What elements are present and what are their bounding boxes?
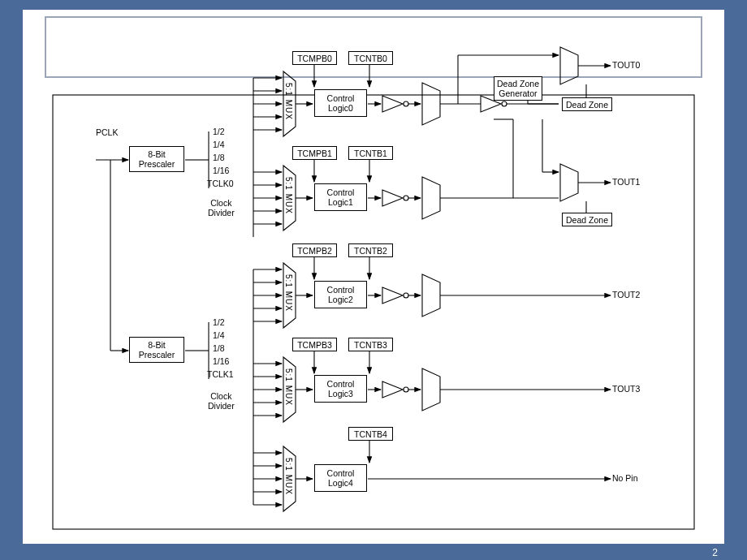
svg-marker-14 <box>382 96 403 112</box>
dead-zone-generator: Dead Zone Generator <box>494 76 542 101</box>
svg-point-15 <box>404 101 408 106</box>
tcntb-1: TCNTB1 <box>348 146 393 160</box>
tcmpb-0: TCMPB0 <box>292 51 337 65</box>
ratio-a-2: 1/8 <box>213 153 225 162</box>
decorative-left-band <box>0 0 23 560</box>
ratio-a-0: 1/2 <box>213 127 225 136</box>
svg-marker-43 <box>422 177 440 219</box>
tcntb-2: TCNTB2 <box>348 243 393 257</box>
svg-marker-68 <box>422 274 440 317</box>
mux-0-label: 5:1 MUX <box>284 83 293 120</box>
ratio-b-2: 1/8 <box>213 343 225 353</box>
svg-marker-80 <box>382 381 403 398</box>
tcntb-4: TCNTB4 <box>348 427 393 441</box>
svg-marker-17 <box>422 83 440 125</box>
diagram-svg <box>42 42 705 533</box>
svg-marker-24 <box>560 47 578 84</box>
ratio-b-1: 1/4 <box>213 330 225 340</box>
dead-zone-0: Dead Zone <box>562 97 612 111</box>
ratio-a-3: 1/16 <box>213 166 229 175</box>
slide: 2 <box>0 0 747 560</box>
mux-1-label: 5:1 MUX <box>284 177 293 214</box>
svg-point-81 <box>404 387 408 392</box>
tcntb-0: TCNTB0 <box>348 51 393 65</box>
ratio-a-4: TCLK0 <box>207 179 234 188</box>
page-number: 2 <box>712 547 718 558</box>
svg-marker-40 <box>382 190 403 206</box>
ratio-b-0: 1/2 <box>213 317 225 327</box>
ratio-a-1: 1/4 <box>213 140 225 149</box>
ratio-b-4: TCLK1 <box>207 369 234 379</box>
svg-marker-47 <box>560 164 578 201</box>
decorative-top-bar <box>23 0 724 10</box>
prescaler-0: 8-Bit Prescaler <box>129 146 184 172</box>
svg-point-22 <box>502 101 507 106</box>
clock-divider-a: Clock Divider <box>208 198 235 218</box>
control-logic-3: Control Logic3 <box>314 375 367 403</box>
tout-3: TOUT3 <box>612 384 640 394</box>
control-logic-4: Control Logic4 <box>314 464 367 492</box>
tout-0: TOUT0 <box>612 60 640 70</box>
control-logic-0: Control Logic0 <box>314 89 367 117</box>
tout-1: TOUT1 <box>612 177 640 187</box>
tcntb-3: TCNTB3 <box>348 338 393 351</box>
mux-3-label: 5:1 MUX <box>284 368 293 406</box>
tcmpb-3: TCMPB3 <box>292 338 337 351</box>
nopin-4: No Pin <box>612 473 638 483</box>
svg-point-66 <box>404 293 408 298</box>
mux-2-label: 5:1 MUX <box>284 274 293 312</box>
dead-zone-1: Dead Zone <box>562 213 612 226</box>
control-logic-1: Control Logic1 <box>314 183 367 211</box>
timer-block-diagram: PCLK 8-Bit Prescaler 8-Bit Prescaler 1/2… <box>42 42 705 533</box>
prescaler-1: 8-Bit Prescaler <box>129 337 184 363</box>
svg-marker-83 <box>422 368 440 411</box>
svg-marker-65 <box>382 287 403 304</box>
mux-4-label: 5:1 MUX <box>284 458 293 495</box>
svg-point-41 <box>404 196 408 200</box>
ratio-b-3: 1/16 <box>213 356 229 366</box>
decorative-right-band <box>724 0 747 560</box>
tcmpb-2: TCMPB2 <box>292 243 337 257</box>
pclk-label: PCLK <box>96 127 118 137</box>
tout-2: TOUT2 <box>612 290 640 299</box>
control-logic-2: Control Logic2 <box>314 281 367 308</box>
tcmpb-1: TCMPB1 <box>292 146 337 160</box>
decorative-bottom-bar: 2 <box>23 544 724 560</box>
clock-divider-b: Clock Divider <box>208 391 235 411</box>
